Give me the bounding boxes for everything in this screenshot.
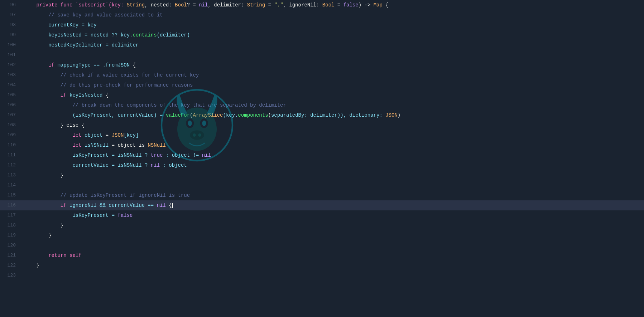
token: return self: [24, 253, 82, 258]
token: ): [398, 112, 400, 118]
line-number: 117: [0, 212, 21, 219]
token: {: [383, 2, 389, 8]
line-number: 102: [0, 62, 21, 69]
token: nestedKeyDelimiter = delimiter: [24, 42, 139, 48]
line-content: }: [21, 221, 644, 229]
token: it: [154, 12, 163, 18]
line-number: 122: [0, 262, 21, 269]
line-number: 116: [0, 202, 21, 209]
code-line: 106 // break down the components of the …: [0, 100, 644, 110]
token: =: [102, 132, 111, 138]
token: {: [166, 203, 172, 208]
token: currentValue = isNSNull ?: [24, 162, 151, 168]
token: : object: [160, 162, 187, 168]
code-line: 122 }: [0, 260, 644, 270]
code-line: 118 }: [0, 220, 644, 230]
code-line: 100 nestedKeyDelimiter = delimiter: [0, 40, 644, 50]
token: true: [151, 152, 163, 158]
code-line: 112 currentValue = isNSNull ? nil : obje…: [0, 160, 644, 170]
line-content: keyIsNested = nested ?? key.contains(del…: [21, 31, 644, 39]
code-line: 121 return self: [0, 250, 644, 260]
token: nil: [151, 162, 160, 168]
token: object: [85, 132, 102, 138]
line-content: isKeyPresent = false: [21, 211, 644, 219]
line-content: // save key and value associated to it: [21, 11, 644, 19]
line-number: 110: [0, 142, 21, 149]
token: [key]: [124, 132, 139, 138]
token: (isKeyPresent, currentValue) =: [24, 112, 166, 118]
token: =: [334, 2, 343, 8]
token: let: [24, 132, 85, 138]
line-content: (isKeyPresent, currentValue) = valueFor(…: [21, 111, 644, 119]
line-number: 104: [0, 82, 21, 89]
code-line: 97 // save key and value associated to i…: [0, 10, 644, 20]
line-number: 121: [0, 252, 21, 259]
line-number: 103: [0, 72, 21, 79]
code-line: 115 // update isKeyPresent if ignoreNil …: [0, 190, 644, 200]
token: components: [238, 112, 268, 118]
token: // update isKeyPresent if ignoreNil is t…: [24, 192, 190, 198]
token: let: [24, 142, 85, 148]
token: JSON: [385, 112, 398, 118]
code-line: 116 if ignoreNil && currentValue == nil …: [0, 200, 644, 210]
token: valueFor: [166, 112, 190, 118]
token: nil: [157, 203, 166, 208]
line-number: 107: [0, 112, 21, 119]
line-number: 109: [0, 132, 21, 139]
line-content: nestedKeyDelimiter = delimiter: [21, 41, 644, 49]
line-number: 108: [0, 122, 21, 129]
token: if: [24, 203, 69, 208]
token: to: [148, 12, 154, 18]
token: NSNull: [148, 142, 165, 148]
line-content: // check if a value exists for the curre…: [21, 71, 644, 79]
line-number: 97: [0, 11, 21, 19]
token: nil: [199, 2, 208, 8]
token: , ignoreNil:: [283, 2, 322, 8]
token: if: [24, 92, 69, 98]
token: }: [24, 172, 63, 178]
token: if: [24, 62, 57, 68]
line-number: 115: [0, 192, 21, 199]
token: nil: [202, 152, 211, 158]
token: } else {: [24, 122, 85, 128]
line-number: 119: [0, 232, 21, 239]
line-number: 111: [0, 152, 21, 159]
code-line: 105 if keyIsNested {: [0, 90, 644, 100]
token: }: [24, 263, 39, 268]
token: : object !=: [163, 152, 202, 158]
token: (key.: [223, 112, 238, 118]
token: (: [190, 112, 193, 118]
line-number: 101: [0, 52, 21, 59]
token: Map: [374, 2, 383, 8]
token: // break down the components of the key …: [24, 102, 286, 108]
token: mappingType == .fromJSON: [57, 62, 130, 68]
line-content: if keyIsNested {: [21, 91, 644, 99]
token: (: [268, 112, 271, 118]
line-content: if ignoreNil && currentValue == nil {: [21, 201, 644, 209]
line-content: } else {: [21, 121, 644, 129]
token: keyIsNested: [69, 92, 102, 98]
line-content: if mappingType == .fromJSON {: [21, 61, 644, 69]
line-number: 96: [0, 1, 21, 9]
code-line: 119 }: [0, 230, 644, 240]
line-number: 114: [0, 182, 21, 189]
code-line: 99 keyIsNested = nested ?? key.contains(…: [0, 30, 644, 40]
token: (delimiter): [157, 32, 190, 38]
code-lines: 96 private func `subscript`(key: String,…: [0, 0, 644, 281]
token: = object is: [109, 142, 148, 148]
token: ) ->: [359, 2, 374, 8]
token: String: [127, 2, 145, 8]
token: // save key and value associated: [24, 12, 148, 18]
token: JSON: [112, 132, 124, 138]
line-content: }: [21, 231, 644, 239]
token: : delimiter)), dictionary:: [304, 112, 385, 118]
token: =: [265, 2, 274, 8]
code-line: 111 isKeyPresent = isNSNull ? true : obj…: [0, 150, 644, 160]
code-line: 114: [0, 180, 644, 190]
token: Bool: [175, 2, 187, 8]
token: false: [117, 213, 133, 218]
line-content: currentValue = isNSNull ? nil : object: [21, 161, 644, 169]
token: // check if a value exists for the curre…: [24, 72, 199, 78]
line-content: return self: [21, 252, 644, 259]
token: {: [130, 62, 136, 68]
